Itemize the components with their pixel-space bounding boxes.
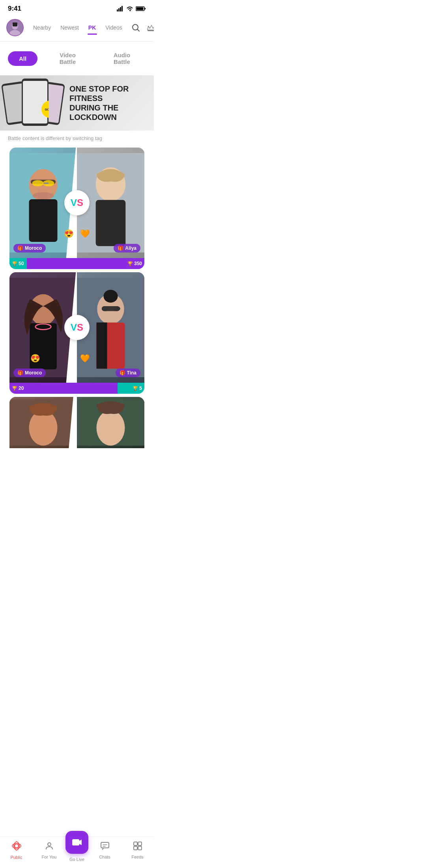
filter-audio-battle-button[interactable]: Audio Battle — [98, 48, 146, 69]
svg-point-35 — [113, 306, 120, 311]
avatar[interactable] — [6, 19, 24, 36]
crown-button[interactable] — [146, 22, 154, 33]
status-time: 9:41 — [8, 5, 21, 13]
svg-point-18 — [32, 180, 44, 186]
promo-banner[interactable]: GOLD'S ONE STOP FOR FITNESS DURING THE L… — [0, 75, 154, 131]
battle-card-2[interactable]: 🎁 Moroco 😍 VS — [5, 272, 149, 394]
battle-card-1[interactable]: 🎁 Moroco VS — [5, 148, 149, 269]
svg-rect-10 — [13, 22, 17, 26]
svg-point-36 — [104, 290, 118, 303]
nav-header: Nearby Newest PK Videos — [0, 16, 154, 41]
tag-hint: Battle content is different by switching… — [0, 131, 154, 144]
nav-icon-group — [130, 22, 154, 33]
score-bar-2: 🏆20 🏆5 — [9, 383, 144, 394]
battle-left-image-3 — [9, 397, 77, 448]
nav-item-nearby[interactable]: Nearby — [28, 23, 56, 32]
svg-rect-3 — [121, 6, 123, 11]
score-left-bar-2: 🏆20 — [9, 383, 118, 394]
svg-rect-32 — [97, 322, 107, 369]
left-name-1: Moroco — [25, 245, 42, 251]
banner-phones: GOLD'S — [0, 75, 63, 131]
signal-icon — [117, 6, 124, 11]
nav-items: Nearby Newest PK Videos — [28, 23, 127, 32]
score-left-bar-1: 🏆50 — [9, 258, 27, 269]
svg-rect-20 — [43, 183, 49, 184]
filter-video-battle-button[interactable]: Video Battle — [44, 48, 92, 69]
left-name-2: Moroco — [25, 370, 42, 376]
score-bar-1: 🏆50 🏆350 — [9, 258, 144, 269]
svg-rect-13 — [148, 30, 154, 31]
battle-images-2: 🎁 Moroco 😍 VS — [9, 272, 144, 394]
wifi-icon — [126, 6, 133, 11]
battle-image-row-2: 🎁 Moroco 😍 VS — [9, 272, 144, 383]
status-bar: 9:41 — [0, 0, 154, 16]
woman-silhouette-6 — [77, 397, 144, 448]
phone-center: GOLD'S — [22, 79, 49, 126]
battle-images-3 — [9, 397, 144, 448]
banner-headline-2: DURING THE LOCKDOWN — [69, 103, 148, 122]
vs-badge-2: VS — [64, 315, 90, 340]
banner-text: ONE STOP FOR FITNESS DURING THE LOCKDOWN — [63, 79, 154, 127]
nav-item-pk[interactable]: PK — [84, 23, 101, 32]
left-emoji-1: 😍 — [64, 229, 74, 238]
svg-point-40 — [97, 410, 125, 446]
right-name-badge-1: 🎁 Aliya — [114, 244, 140, 253]
filter-tabs: All Video Battle Audio Battle — [0, 41, 154, 75]
right-name-2: Tina — [127, 370, 136, 376]
svg-rect-5 — [136, 7, 144, 10]
right-emoji-2: 🧡 — [80, 354, 90, 363]
battery-icon — [136, 6, 146, 11]
banner-headline-1: ONE STOP FOR FITNESS — [69, 84, 148, 103]
battle-image-row-3 — [9, 397, 144, 448]
svg-rect-24 — [96, 200, 126, 246]
heart-emoji-1: 🧡 — [80, 229, 90, 238]
svg-line-12 — [137, 30, 139, 32]
left-name-badge-2: 🎁 Moroco — [13, 369, 46, 377]
score-right-bar-2: 🏆5 — [118, 383, 144, 394]
right-name-badge-2: 🎁 Tina — [116, 369, 140, 377]
right-name-1: Aliya — [125, 245, 136, 251]
score-right-bar-1: 🏆350 — [27, 258, 144, 269]
woman-silhouette-5 — [9, 397, 77, 448]
left-name-badge-1: 🎁 Moroco — [13, 244, 46, 253]
filter-all-button[interactable]: All — [8, 51, 37, 66]
battle-image-row-1: 🎁 Moroco VS — [9, 148, 144, 258]
battle-card-3[interactable] — [5, 397, 149, 448]
nav-item-newest[interactable]: Newest — [56, 23, 84, 32]
battle-images-1: 🎁 Moroco VS — [9, 148, 144, 269]
scroll-content: GOLD'S ONE STOP FOR FITNESS DURING THE L… — [0, 75, 154, 487]
search-button[interactable] — [130, 22, 141, 33]
left-emoji-2: 😍 — [30, 354, 40, 363]
svg-rect-16 — [29, 199, 58, 242]
svg-rect-1 — [118, 8, 120, 11]
battle-right-image-3 — [77, 397, 144, 448]
nav-item-videos[interactable]: Videos — [101, 23, 127, 32]
svg-rect-6 — [145, 8, 146, 9]
status-icons — [117, 6, 146, 11]
vs-badge-1: VS — [64, 190, 90, 215]
svg-point-34 — [102, 306, 109, 311]
svg-rect-0 — [117, 9, 118, 11]
svg-rect-2 — [120, 7, 121, 11]
svg-point-21 — [33, 192, 54, 199]
